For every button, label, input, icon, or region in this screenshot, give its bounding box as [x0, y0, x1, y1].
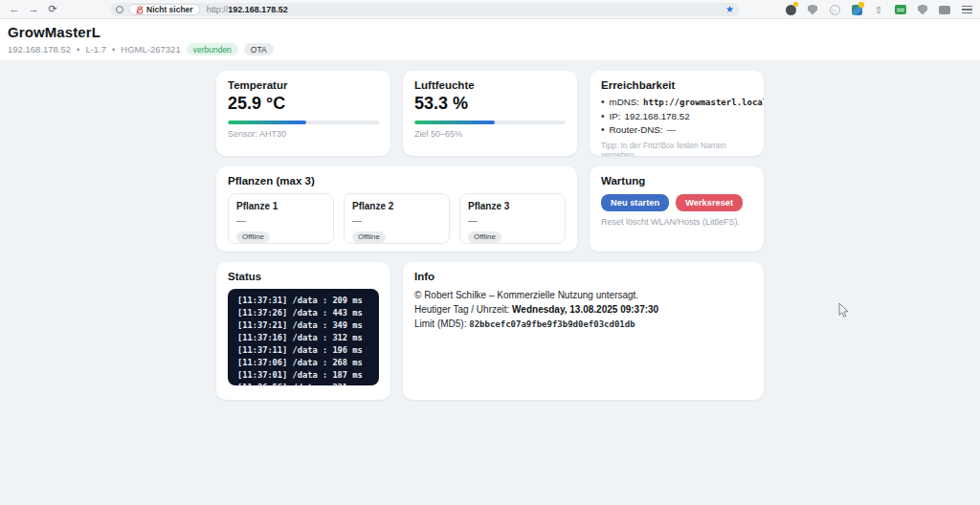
status-title: Status [228, 271, 379, 282]
temperature-value: 25.9 °C [228, 94, 379, 114]
browser-toolbar: ← → ⟳ Nicht sicher http://192.168.178.52… [0, 0, 980, 19]
humidity-progress-fill [414, 121, 495, 124]
meta-ip: 192.168.178.52 [8, 44, 71, 55]
log-line: [11:37:31] /data : 209 ms [237, 295, 369, 307]
info-title: Info [414, 271, 752, 282]
page-title: GrowMasterL [8, 24, 972, 40]
datetime-label: Heutiger Tag / Uhrzeit: [414, 304, 509, 315]
plant-name: Pflanze 2 [352, 201, 441, 211]
temperature-title: Temperatur [228, 79, 379, 91]
plants-row: Pflanze 1 — Offline Pflanze 2 — Offline … [228, 193, 566, 244]
plant-tile-3: Pflanze 3 — Offline [459, 193, 566, 244]
url-scheme: http:// [207, 5, 229, 14]
datetime-line: Heutiger Tag / Uhrzeit: Wednesday, 13.08… [414, 302, 752, 317]
password-card-icon[interactable] [895, 4, 906, 15]
menu-icon[interactable] [961, 4, 972, 15]
status-badge-connected: verbunden [187, 43, 238, 55]
log-line: [11:37:06] /data : 268 ms [237, 357, 369, 369]
extension-globe-icon[interactable] [785, 4, 796, 15]
mdns-value: http://growmasterl.local [643, 96, 764, 110]
plant-tile-1: Pflanze 1 — Offline [228, 193, 334, 244]
ip-label: IP: [610, 110, 621, 124]
share-icon[interactable]: ⇧ [873, 4, 884, 15]
plant-status-badge: Offline [468, 231, 501, 243]
temperature-card: Temperatur 25.9 °C Sensor: AHT30 [216, 71, 390, 156]
maintenance-title: Wartung [601, 175, 752, 187]
temperature-progress-fill [228, 121, 306, 124]
screenshot-icon[interactable] [939, 4, 950, 15]
plant-value: — [236, 215, 325, 226]
meta-device-id: HGML-267321 [121, 44, 180, 55]
temperature-progress-track [228, 121, 379, 124]
security-chip-label: Nicht sicher [146, 5, 193, 14]
routerdns-value: — [667, 123, 677, 138]
log-line: [11:36:56] /data : 231 ms [237, 382, 369, 385]
mdns-label: mDNS: [610, 96, 640, 110]
page-header: GrowMasterL 192.168.178.52 • L-1.7 • HGM… [0, 19, 980, 60]
plant-value: — [468, 215, 557, 226]
log-line: [11:37:16] /data : 312 ms [237, 332, 369, 344]
reachability-card: Erreichbarkeit mDNS: http://growmasterl.… [590, 71, 764, 156]
plant-name: Pflanze 1 [236, 201, 325, 211]
site-info-icon[interactable] [116, 6, 123, 13]
ip-value: 192.168.178.52 [625, 110, 690, 124]
insecure-lock-icon [136, 6, 144, 14]
reachability-list: mDNS: http://growmasterl.local IP: 192.1… [601, 96, 752, 138]
info-card: Info © Robert Schilke – Kommerzielle Nut… [403, 262, 764, 400]
log-line: [11:37:21] /data : 349 ms [237, 319, 369, 332]
limit-md5-value: 82bbcefc07a9fbe9f3b9d0ef03cd01db [469, 319, 635, 329]
status-card: Status [11:37:31] /data : 209 ms [11:37:… [216, 262, 390, 400]
dashboard: Temperatur 25.9 °C Sensor: AHT30 Luftfeu… [0, 60, 980, 505]
temperature-sensor-note: Sensor: AHT30 [228, 129, 379, 139]
plant-tile-2: Pflanze 2 — Offline [344, 193, 450, 244]
ota-badge[interactable]: OTA [244, 43, 274, 55]
security-chip[interactable]: Nicht sicher [129, 4, 200, 15]
plant-status-badge: Offline [236, 231, 270, 243]
extensions-area: ▷ ⇧ [785, 2, 972, 17]
restart-button[interactable]: Neu starten [601, 194, 669, 211]
copyright-line: © Robert Schilke – Kommerzielle Nutzung … [414, 288, 752, 302]
meta-version: L-1.7 [85, 44, 106, 55]
reload-icon[interactable]: ⟳ [46, 3, 59, 16]
limit-label: Limit (MD5): [414, 318, 466, 329]
plant-name: Pflanze 3 [468, 201, 557, 211]
bookmark-star-icon[interactable]: ★ [725, 5, 734, 14]
reset-note: Reset löscht WLAN/Hosts (LittleFS). [601, 217, 752, 227]
plant-status-badge: Offline [352, 231, 386, 243]
routerdns-label: Router-DNS: [610, 123, 663, 138]
forward-icon[interactable]: → [27, 3, 40, 16]
humidity-card: Luftfeuchte 53.3 % Ziel 50–65% [403, 71, 577, 156]
log-line: [11:37:01] /data : 187 ms [237, 369, 369, 382]
extension-play-icon[interactable]: ▷ [829, 4, 840, 15]
meta-separator: • [112, 44, 115, 55]
reachability-item-mdns: mDNS: http://growmasterl.local [601, 96, 752, 110]
url-text: http://192.168.178.52 [207, 5, 288, 14]
factory-reset-button[interactable]: Werksreset [676, 194, 743, 211]
address-bar[interactable]: Nicht sicher http://192.168.178.52 ★ [110, 3, 740, 16]
url-host: 192.168.178.52 [228, 5, 288, 14]
humidity-target-note: Ziel 50–65% [414, 129, 566, 139]
reachability-item-routerdns: Router-DNS: — [601, 123, 752, 138]
log-line: [11:37:26] /data : 443 ms [237, 307, 369, 319]
extension-shield-icon[interactable] [807, 4, 818, 15]
humidity-progress-track [414, 121, 566, 124]
back-icon[interactable]: ← [8, 3, 21, 16]
log-line: [11:37:11] /data : 196 ms [237, 344, 369, 357]
fritzbox-tip: Tipp: In der Fritz!Box festen Namen verg… [601, 141, 752, 157]
reachability-title: Erreichbarkeit [601, 79, 752, 91]
privacy-shield-icon[interactable] [917, 4, 928, 15]
plants-title: Pflanzen (max 3) [228, 175, 566, 187]
humidity-value: 53.3 % [414, 94, 566, 114]
device-meta-row: 192.168.178.52 • L-1.7 • HGML-267321 ver… [8, 43, 972, 55]
status-log-console: [11:37:31] /data : 209 ms [11:37:26] /da… [228, 289, 379, 385]
humidity-title: Luftfeuchte [414, 79, 566, 91]
maintenance-card: Wartung Neu starten Werksreset Reset lös… [590, 166, 764, 252]
datetime-value: Wednesday, 13.08.2025 09:37:30 [512, 304, 658, 315]
extension-colorful-icon[interactable] [851, 4, 862, 15]
reachability-item-ip: IP: 192.168.178.52 [601, 110, 752, 124]
plant-value: — [352, 215, 441, 226]
meta-separator: • [77, 44, 79, 55]
limit-line: Limit (MD5): 82bbcefc07a9fbe9f3b9d0ef03c… [414, 317, 752, 332]
plants-card: Pflanzen (max 3) Pflanze 1 — Offline Pfl… [216, 166, 577, 252]
